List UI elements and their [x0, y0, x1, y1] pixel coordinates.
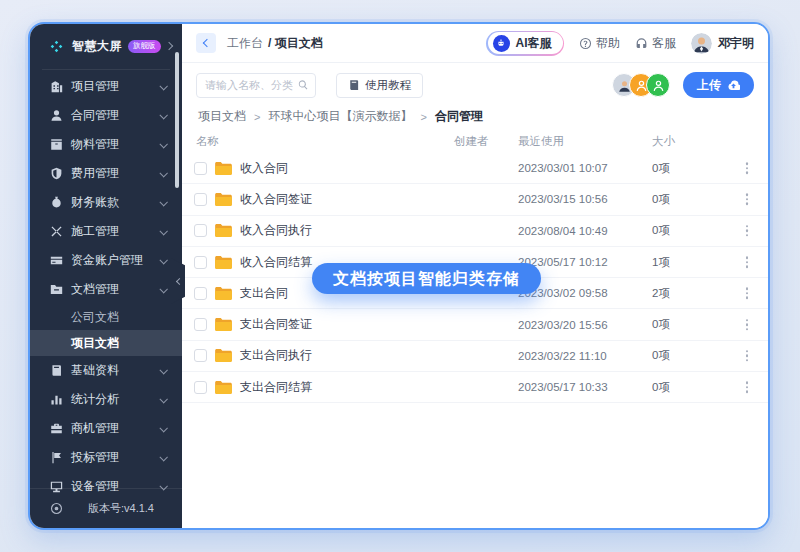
- sidebar-item-company-documents[interactable]: 公司文档: [30, 304, 182, 330]
- tools-icon: [50, 225, 63, 238]
- row-menu-button[interactable]: [743, 159, 752, 177]
- sidebar-scrollbar[interactable]: [175, 52, 179, 188]
- folder-name[interactable]: 收入合同: [240, 160, 288, 177]
- column-header-creator: 创建者: [454, 134, 489, 149]
- material-icon: [50, 138, 63, 151]
- search-icon[interactable]: [297, 79, 309, 91]
- table-row[interactable]: 支出合同执行 2023/03/22 11:10 0项: [182, 341, 768, 372]
- member-avatar-stack[interactable]: [612, 73, 670, 97]
- table-row[interactable]: 收入合同执行 2023/08/04 10:49 0项: [182, 216, 768, 247]
- row-menu-button[interactable]: [743, 347, 752, 365]
- sidebar-item-expense-management[interactable]: 费用管理: [30, 159, 182, 188]
- table-row[interactable]: 支出合同签证 2023/03/20 15:56 0项: [182, 309, 768, 340]
- smart-dashboard-icon: [50, 40, 63, 53]
- topbar-actions: AI客服 帮助 客服: [486, 31, 754, 56]
- folder-name[interactable]: 收入合同签证: [240, 191, 312, 208]
- sidebar-collapse-handle[interactable]: [171, 258, 185, 304]
- sidebar-item-project-management[interactable]: 项目管理: [30, 72, 182, 101]
- sidebar-item-finance-accounts[interactable]: 财务账款: [30, 188, 182, 217]
- folder-name[interactable]: 收入合同结算: [240, 254, 312, 271]
- row-menu-button[interactable]: [743, 191, 752, 209]
- item-count: 0项: [652, 317, 670, 332]
- username-label: 邓宇明: [718, 35, 754, 52]
- breadcrumb-workbench[interactable]: 工作台: [227, 35, 263, 52]
- top-bar: 工作台 / 项目文档 AI客服 帮助: [182, 24, 768, 63]
- table-row[interactable]: 收入合同签证 2023/03/15 10:56 0项: [182, 184, 768, 215]
- support-button[interactable]: 客服: [635, 35, 676, 52]
- sidebar-subitem-label: 项目文档: [71, 335, 119, 352]
- sidebar-item-basic-data[interactable]: 基础资料: [30, 356, 182, 385]
- book-icon: [50, 364, 63, 377]
- sidebar-item-fund-account-management[interactable]: 资金账户管理: [30, 246, 182, 275]
- sidebar-item-label: 施工管理: [71, 223, 119, 240]
- chevron-down-icon: [159, 453, 167, 461]
- row-checkbox[interactable]: [194, 287, 207, 300]
- folder-name[interactable]: 支出合同结算: [240, 379, 312, 396]
- row-checkbox[interactable]: [194, 318, 207, 331]
- tutorial-button[interactable]: 使用教程: [336, 73, 423, 98]
- edition-badge: 旗舰版: [128, 40, 161, 53]
- chevron-down-icon: [159, 424, 167, 432]
- settings-icon[interactable]: [50, 502, 63, 515]
- toolbar: 使用教程: [182, 72, 768, 98]
- folder-name[interactable]: 收入合同执行: [240, 222, 312, 239]
- robot-icon: [493, 35, 510, 52]
- row-checkbox[interactable]: [194, 162, 207, 175]
- breadcrumb-current-folder: 合同管理: [435, 108, 483, 125]
- sidebar-item-document-management[interactable]: 文档管理: [30, 275, 182, 304]
- question-circle-icon: [579, 37, 592, 50]
- main-content: 工作台 / 项目文档 AI客服 帮助: [182, 24, 768, 528]
- last-used-date: 2023/03/15 10:56: [518, 193, 608, 205]
- sidebar-item-statistics-analysis[interactable]: 统计分析: [30, 385, 182, 414]
- sidebar-item-construction-management[interactable]: 施工管理: [30, 217, 182, 246]
- ai-support-button[interactable]: AI客服: [486, 31, 564, 56]
- sidebar-item-label: 商机管理: [71, 420, 119, 437]
- ai-support-label: AI客服: [516, 35, 552, 52]
- back-button[interactable]: [196, 33, 216, 53]
- sidebar-item-project-documents[interactable]: 项目文档: [30, 330, 182, 356]
- row-menu-button[interactable]: [743, 316, 752, 334]
- row-checkbox[interactable]: [194, 224, 207, 237]
- breadcrumb-item[interactable]: 环球中心项目【演示数据】: [268, 108, 412, 125]
- folder-name[interactable]: 支出合同执行: [240, 347, 312, 364]
- breadcrumb-current-page: / 项目文档: [268, 35, 323, 52]
- column-header-last-used: 最近使用: [518, 134, 564, 149]
- folder-icon: [215, 193, 232, 206]
- shield-icon: [50, 167, 63, 180]
- upload-button[interactable]: 上传: [683, 72, 754, 98]
- app-window: 智慧大屏 旗舰版 项目管理 合同管理 物料管理: [28, 22, 770, 530]
- sidebar-item-bidding-management[interactable]: 投标管理: [30, 443, 182, 472]
- brand-label: 智慧大屏: [72, 38, 122, 55]
- row-checkbox[interactable]: [194, 256, 207, 269]
- sidebar-item-smart-dashboard[interactable]: 智慧大屏 旗舰版: [30, 31, 182, 61]
- row-menu-button[interactable]: [743, 378, 752, 396]
- folder-name[interactable]: 支出合同签证: [240, 316, 312, 333]
- sidebar-item-business-opportunity[interactable]: 商机管理: [30, 414, 182, 443]
- sidebar-item-contract-management[interactable]: 合同管理: [30, 101, 182, 130]
- table-header: 名称 创建者 最近使用 大小: [182, 134, 768, 149]
- sidebar-item-material-management[interactable]: 物料管理: [30, 130, 182, 159]
- row-checkbox[interactable]: [194, 381, 207, 394]
- column-header-size: 大小: [652, 134, 675, 149]
- row-menu-button[interactable]: [743, 222, 752, 240]
- chevron-down-icon: [159, 366, 167, 374]
- folder-icon: [215, 162, 232, 175]
- row-menu-button[interactable]: [743, 285, 752, 303]
- user-menu[interactable]: 邓宇明: [691, 33, 754, 54]
- folder-breadcrumb: 项目文档 > 环球中心项目【演示数据】 > 合同管理: [182, 109, 768, 124]
- chevron-down-icon: [159, 111, 167, 119]
- chevron-down-icon: [159, 140, 167, 148]
- row-checkbox[interactable]: [194, 193, 207, 206]
- folder-name[interactable]: 支出合同: [240, 285, 288, 302]
- chevron-down-icon: [159, 285, 167, 293]
- sidebar-item-label: 费用管理: [71, 165, 119, 182]
- chevron-left-icon: [203, 39, 211, 47]
- row-checkbox[interactable]: [194, 349, 207, 362]
- row-menu-button[interactable]: [743, 253, 752, 271]
- last-used-date: 2023/03/01 10:07: [518, 162, 608, 174]
- table-row[interactable]: 收入合同 2023/03/01 10:07 0项: [182, 153, 768, 184]
- help-button[interactable]: 帮助: [579, 35, 620, 52]
- folder-icon: [215, 287, 232, 300]
- table-row[interactable]: 支出合同结算 2023/05/17 10:33 0项: [182, 372, 768, 403]
- breadcrumb-item[interactable]: 项目文档: [198, 108, 246, 125]
